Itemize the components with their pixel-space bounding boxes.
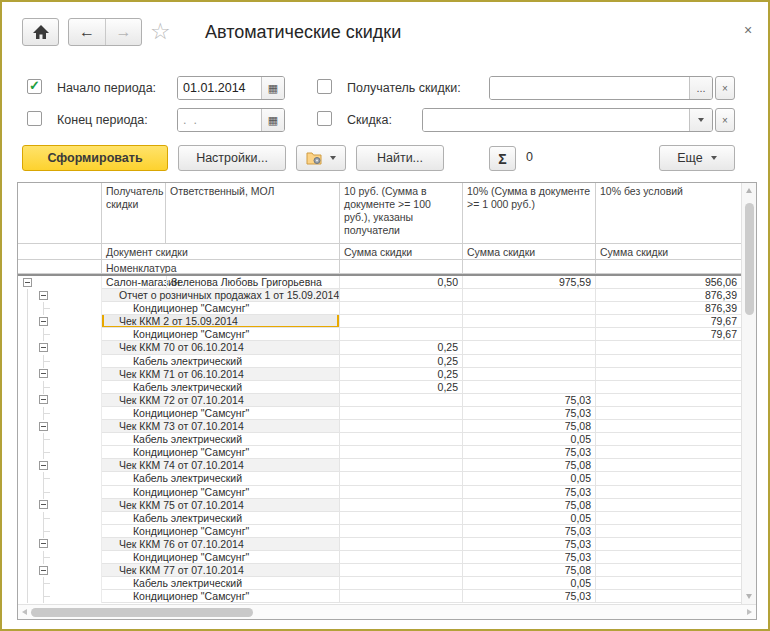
report-row[interactable]: Кабель электрический0,05 [18,433,741,446]
sum-button[interactable]: Σ [489,146,516,171]
collapse-toggle-icon[interactable] [39,317,48,326]
end-period-checkbox[interactable]: ✓ [27,111,42,126]
report-row[interactable]: Кабель электрический0,25 [18,355,741,368]
collapse-toggle-icon[interactable] [39,395,48,404]
report-row[interactable]: Кабель электрический0,05 [18,472,741,485]
scroll-right-icon[interactable] [747,609,752,615]
col-header-document[interactable]: Документ скидки [102,244,340,260]
report-row[interactable]: Чек ККМ 75 от 07.10.201475,08 [18,499,741,512]
home-button[interactable] [22,18,59,46]
scroll-up-icon[interactable] [746,188,752,193]
discount-checkbox[interactable]: ✓ [317,111,332,126]
forward-button[interactable]: → [105,19,141,45]
report-row[interactable]: Чек ККМ 73 от 07.10.201475,08 [18,420,741,433]
name-cell[interactable]: Кабель электрический [102,381,340,394]
report-row[interactable]: Кондиционер "Самсунг"79,67 [18,328,741,341]
name-cell[interactable]: Салон-магазинЗеленова Любовь Григорьевна [102,276,340,289]
horizontal-scroll-thumb[interactable] [31,608,253,617]
name-cell[interactable]: Кондиционер "Самсунг" [102,407,340,420]
report-row[interactable]: Чек ККМ 2 от 15.09.201479,67 [18,315,741,328]
name-cell[interactable]: Чек ККМ 73 от 07.10.2014 [102,420,340,433]
collapse-toggle-icon[interactable] [39,343,48,352]
name-cell[interactable]: Кондиционер "Самсунг" [102,328,340,341]
recipient-select-button[interactable]: ... [689,77,712,99]
report-row[interactable]: Чек ККМ 70 от 06.10.20140,25 [18,341,741,354]
scroll-down-icon[interactable] [746,594,752,599]
horizontal-scrollbar[interactable] [18,604,756,619]
name-cell[interactable]: Кабель электрический [102,512,340,525]
name-cell[interactable]: Чек ККМ 75 от 07.10.2014 [102,499,340,512]
name-cell[interactable]: Чек ККМ 72 от 07.10.2014 [102,394,340,407]
collapse-toggle-icon[interactable] [39,500,48,509]
recipient-clear-button[interactable]: × [715,76,735,100]
report-row[interactable]: Кабель электрический0,25 [18,381,741,394]
report-row[interactable]: Чек ККМ 74 от 07.10.201475,08 [18,459,741,472]
col-header-rule1[interactable]: 10 руб. (Сумма в документе >= 100 руб.),… [340,183,463,244]
close-icon[interactable]: × [740,22,756,38]
find-button[interactable]: Найти... [356,145,444,171]
name-cell[interactable]: Отчет о розничных продажах 1 от 15.09.20… [102,289,340,302]
report-row[interactable]: Чек ККМ 76 от 07.10.201475,03 [18,538,741,551]
back-button[interactable]: ← [69,19,105,45]
name-cell[interactable]: Кабель электрический [102,433,340,446]
name-cell[interactable]: Кабель электрический [102,355,340,368]
report-row[interactable]: Кабель электрический0,05 [18,512,741,525]
name-cell[interactable]: Кабель электрический [102,577,340,590]
collapse-toggle-icon[interactable] [39,422,48,431]
name-cell[interactable]: Чек ККМ 76 от 07.10.2014 [102,538,340,551]
name-cell[interactable]: Кондиционер "Самсунг" [102,525,340,538]
report-row[interactable]: Кондиционер "Самсунг"75,03 [18,446,741,459]
name-cell[interactable]: Кондиционер "Самсунг" [102,551,340,564]
calendar-button[interactable]: ▦ [261,109,284,131]
scroll-left-icon[interactable] [22,609,27,615]
col-header-rule2[interactable]: 10% (Сумма в документе >= 1 000 руб.) [463,183,596,244]
vertical-scroll-thumb[interactable] [745,203,754,315]
collapse-toggle-icon[interactable] [39,369,48,378]
col-header-responsible[interactable]: Ответственный, МОЛ [166,183,340,244]
name-cell[interactable]: Кондиционер "Самсунг" [102,590,340,603]
end-period-input[interactable] [178,109,261,131]
report-row[interactable]: Салон-магазинЗеленова Любовь Григорьевна… [18,276,741,289]
report-row[interactable]: Кондиционер "Самсунг"75,03 [18,590,741,603]
name-cell[interactable]: Чек ККМ 74 от 07.10.2014 [102,459,340,472]
report-row[interactable]: Кондиционер "Самсунг"75,03 [18,551,741,564]
start-period-checkbox[interactable]: ✓ [27,79,42,94]
collapse-toggle-icon[interactable] [39,566,48,575]
discount-dropdown-button[interactable] [689,109,712,131]
generate-button[interactable]: Сформировать [22,145,168,171]
col-header-recipient[interactable]: Получатель скидки [102,183,166,244]
start-period-input[interactable] [178,77,261,99]
report-row[interactable]: Кабель электрический0,05 [18,577,741,590]
name-cell[interactable]: Кабель электрический [102,472,340,485]
name-cell[interactable]: Чек ККМ 71 от 06.10.2014 [102,368,340,381]
report-row[interactable]: Кондиционер "Самсунг"75,03 [18,525,741,538]
settings-button[interactable]: Настройки... [178,145,286,171]
report-row[interactable]: Кондиционер "Самсунг"876,39 [18,302,741,315]
name-cell[interactable]: Чек ККМ 2 от 15.09.2014 [102,315,340,328]
discount-input[interactable] [423,109,689,131]
col-header-rule3[interactable]: 10% без условий [596,183,741,244]
report-row[interactable]: Чек ККМ 72 от 07.10.201475,03 [18,394,741,407]
report-row[interactable]: Кондиционер "Самсунг"75,03 [18,407,741,420]
col-header-nomenclature[interactable]: Номенклатура [102,260,340,274]
recipient-input[interactable] [490,77,689,99]
collapse-toggle-icon[interactable] [39,461,48,470]
name-cell[interactable]: Кондиционер "Самсунг" [102,486,340,499]
report-row[interactable]: Отчет о розничных продажах 1 от 15.09.20… [18,289,741,302]
report-variants-button[interactable] [296,145,346,171]
discount-clear-button[interactable]: × [715,108,735,132]
name-cell[interactable]: Чек ККМ 70 от 06.10.2014 [102,341,340,354]
report-row[interactable]: Чек ККМ 71 от 06.10.20140,25 [18,368,741,381]
name-cell[interactable]: Чек ККМ 77 от 07.10.2014 [102,564,340,577]
collapse-toggle-icon[interactable] [39,539,48,548]
collapse-toggle-icon[interactable] [39,291,48,300]
report-row[interactable]: Чек ККМ 77 от 07.10.201475,08 [18,564,741,577]
vertical-scrollbar[interactable] [741,183,756,604]
report-row[interactable]: Кондиционер "Самсунг"75,03 [18,486,741,499]
more-button[interactable]: Еще [659,145,735,171]
collapse-toggle-icon[interactable] [23,278,32,287]
name-cell[interactable]: Кондиционер "Самсунг" [102,446,340,459]
recipient-checkbox[interactable]: ✓ [317,79,332,94]
favorite-star-icon[interactable]: ☆ [150,18,171,45]
calendar-button[interactable]: ▦ [261,77,284,99]
